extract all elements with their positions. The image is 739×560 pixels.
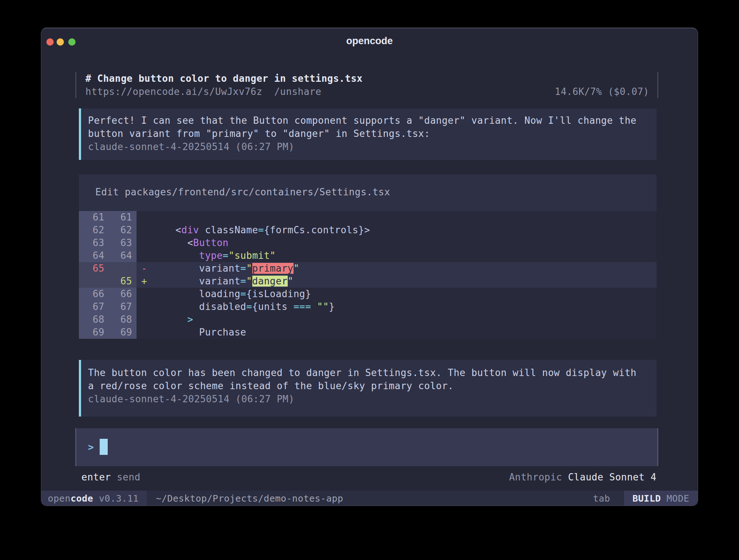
diff-line-number-old: 67 (79, 300, 109, 313)
diff-row: 6464 type="submit" (79, 249, 656, 262)
prompt-input[interactable]: > (75, 428, 658, 466)
diff-line-number-new: 68 (109, 313, 137, 326)
edit-tool-block: Edit packages/frontend/src/containers/Se… (79, 174, 656, 339)
diff-line-number-old: 65 (79, 262, 109, 275)
session-header: # Change button color to danger in setti… (75, 72, 658, 98)
diff: 61616262 <div className={formCs.controls… (79, 211, 656, 339)
project-path: ~/Desktop/Projects/demo-notes-app (156, 493, 343, 504)
diff-marker (137, 326, 152, 339)
provider-label: Anthropic (509, 471, 562, 484)
brand-chip: opencode v0.3.11 (41, 491, 147, 506)
message-line: The button color has been changed to dan… (88, 366, 656, 379)
mode-name: BUILD (632, 493, 661, 504)
hint-gap (111, 471, 117, 484)
diff-row: 6767 disabled={units === ""} (79, 300, 656, 313)
model-gap (562, 471, 568, 484)
diff-line-number-old: 61 (79, 211, 109, 224)
diff-line-number-new: 69 (109, 326, 137, 339)
diff-code-line: <Button (152, 237, 656, 249)
opencode-window: opencode # Change button color to danger… (41, 28, 698, 506)
model-label: Claude Sonnet 4 (568, 471, 656, 484)
diff-row: 65- variant="primary" (79, 262, 656, 275)
url-gap (263, 85, 274, 98)
mode-suffix: MODE (661, 493, 689, 504)
diff-marker (137, 211, 152, 224)
diff-code-line: <div className={formCs.controls}> (152, 224, 656, 237)
diff-marker (137, 224, 152, 237)
enter-action-hint: send (117, 471, 141, 484)
message-line: Perfect! I can see that the Button compo… (88, 114, 656, 127)
diff-line-number-new: 63 (109, 237, 137, 249)
message-line: button variant from "primary" to "danger… (88, 127, 656, 140)
diff-line-number-old: 64 (79, 249, 109, 262)
diff-marker (137, 313, 152, 326)
enter-key-hint: enter (81, 471, 111, 484)
diff-line-number-old: 68 (79, 313, 109, 326)
diff-code-line (152, 211, 656, 224)
diff-line-number-new: 64 (109, 249, 137, 262)
diff-line-number-old (79, 275, 109, 288)
tab-key-hint: tab (593, 493, 610, 504)
diff-row: 6363 <Button (79, 237, 656, 249)
version-label: v0.3.11 (93, 493, 138, 504)
diff-line-number-new: 61 (109, 211, 137, 224)
diff-line-number-old: 62 (79, 224, 109, 237)
diff-line-number-new: 62 (109, 224, 137, 237)
titlebar: opencode (41, 28, 698, 54)
diff-code-line: disabled={units === ""} (152, 300, 656, 313)
diff-code-line: variant="danger" (152, 275, 656, 288)
diff-row: 6969 Purchase (79, 326, 656, 339)
brand-open: open (48, 493, 70, 504)
edit-tool-header: Edit packages/frontend/src/containers/Se… (79, 174, 656, 199)
diff-line-number-old: 66 (79, 288, 109, 300)
diff-marker (137, 288, 152, 300)
context-stats: 14.6K/7% ($0.07) (555, 85, 649, 98)
diff-marker (137, 249, 152, 262)
diff-line-number-new (109, 262, 137, 275)
share-url-link[interactable]: https://opencode.ai/s/UwJxv76z (85, 85, 263, 98)
window-title: opencode (41, 35, 698, 47)
diff-code-line: type="submit" (152, 249, 656, 262)
diff-marker: + (137, 275, 152, 288)
diff-code-line: > (152, 313, 656, 326)
diff-line-number-old: 69 (79, 326, 109, 339)
header-spacer (321, 85, 555, 98)
text-cursor (100, 439, 108, 455)
footer-spacer (141, 471, 509, 484)
diff-row: 6161 (79, 211, 656, 224)
assistant-message: The button color has been changed to dan… (79, 360, 656, 417)
mode-toggle[interactable]: BUILD MODE (624, 491, 698, 506)
statusbar: opencode v0.3.11 ~/Desktop/Projects/demo… (41, 491, 698, 506)
prompt-symbol: > (88, 439, 94, 456)
message-meta: claude-sonnet-4-20250514 (06:27 PM) (88, 140, 656, 153)
unshare-command[interactable]: /unshare (274, 85, 321, 98)
diff-row: 6666 loading={isLoading} (79, 288, 656, 300)
assistant-message: Perfect! I can see that the Button compo… (79, 108, 656, 160)
diff-line-number-new: 66 (109, 288, 137, 300)
message-meta: claude-sonnet-4-20250514 (06:27 PM) (88, 392, 656, 406)
footer-hints: enter send Anthropic Claude Sonnet 4 (81, 471, 656, 484)
diff-line-number-new: 67 (109, 300, 137, 313)
diff-code-line: loading={isLoading} (152, 288, 656, 300)
diff-marker (137, 300, 152, 313)
diff-row: 6262 <div className={formCs.controls}> (79, 224, 656, 237)
diff-row: 6868 > (79, 313, 656, 326)
brand-code: code (70, 493, 93, 504)
message-line: a red/rose color scheme instead of the b… (88, 379, 656, 392)
diff-code-line: Purchase (152, 326, 656, 339)
diff-line-number-old: 63 (79, 237, 109, 249)
diff-marker (137, 237, 152, 249)
diff-marker: - (137, 262, 152, 275)
diff-row: 65+ variant="danger" (79, 275, 656, 288)
diff-line-number-new: 65 (109, 275, 137, 288)
diff-code-line: variant="primary" (152, 262, 656, 275)
session-title: # Change button color to danger in setti… (85, 72, 649, 85)
